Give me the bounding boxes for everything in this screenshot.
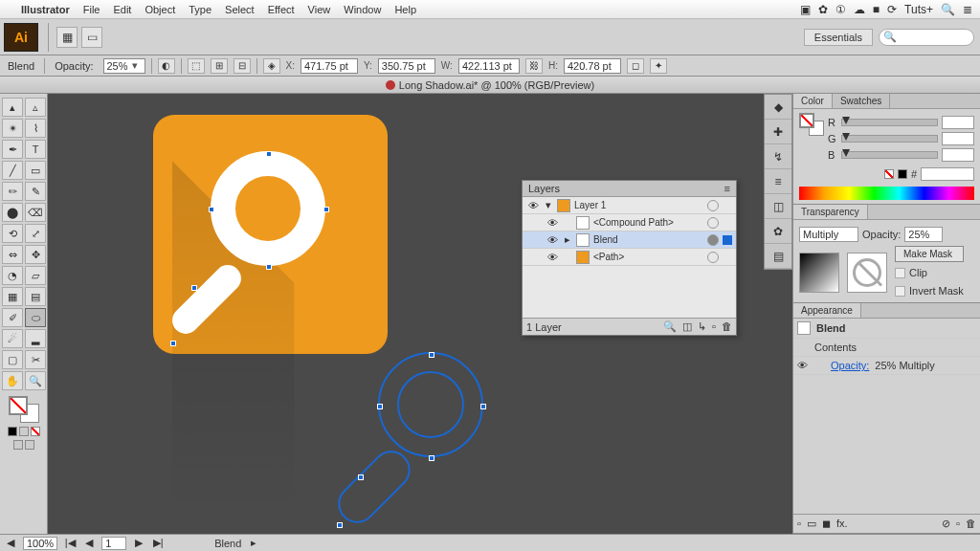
width-tool[interactable]: ⇔ [2, 245, 23, 264]
dock-icon[interactable]: ◫ [765, 194, 791, 219]
none-swatch[interactable] [884, 169, 894, 179]
none-mode-icon[interactable] [31, 427, 40, 436]
magic-wand-tool[interactable]: ✴ [2, 119, 23, 138]
appearance-row[interactable]: Blend [793, 319, 980, 339]
duplicate-icon[interactable]: ▫ [956, 518, 960, 530]
prev-icon[interactable]: ◀ [4, 537, 17, 549]
trash-icon[interactable]: 🗑 [722, 320, 732, 333]
align-icon[interactable]: ⊟ [234, 58, 251, 74]
dock-icon[interactable]: ✿ [765, 219, 791, 244]
canvas[interactable]: Layers ≡ 👁 ▾ Layer 1 👁 <Compound Path> [48, 94, 792, 534]
next-artboard-icon[interactable]: ▶| [151, 537, 165, 549]
next-artboard-icon[interactable]: ▶ [132, 537, 145, 549]
y-field[interactable]: 350.75 pt [378, 58, 435, 74]
align-icon[interactable]: ⊞ [211, 58, 228, 74]
color-mode-icon[interactable] [8, 427, 17, 436]
h-field[interactable]: 420.78 pt [564, 58, 621, 74]
help-search[interactable]: 🔍 [879, 29, 974, 46]
add-stroke-icon[interactable]: ▭ [807, 518, 816, 530]
chevron-right-icon[interactable]: ▸ [251, 537, 256, 549]
prev-artboard-icon[interactable]: ◀ [82, 537, 96, 549]
visibility-icon[interactable]: 👁 [797, 360, 808, 371]
status-icon[interactable]: ▣ [800, 3, 811, 16]
new-art-icon[interactable]: ▫ [797, 518, 801, 530]
layers-panel[interactable]: Layers ≡ 👁 ▾ Layer 1 👁 <Compound Path> [522, 180, 737, 336]
visibility-icon[interactable]: 👁 [546, 252, 559, 263]
swatches-tab[interactable]: Swatches [833, 94, 890, 108]
menu-object[interactable]: Object [145, 4, 175, 15]
align-icon[interactable]: ⬚ [188, 58, 205, 74]
line-tool[interactable]: ╱ [2, 161, 23, 180]
status-icon[interactable]: ■ [873, 3, 880, 16]
make-mask-button[interactable]: Make Mask [895, 246, 964, 262]
menu-type[interactable]: Type [189, 4, 212, 15]
blend-mode-field[interactable]: Multiply [799, 227, 858, 242]
zoom-field[interactable]: 100% [23, 537, 57, 550]
arrange-icon[interactable]: ▭ [81, 27, 102, 48]
appearance-tab[interactable]: Appearance [793, 303, 861, 318]
target-icon[interactable] [707, 217, 719, 229]
menu-help[interactable]: Help [394, 4, 416, 15]
shape-icon[interactable]: ◻ [627, 58, 644, 74]
disclosure-icon[interactable]: ▸ [563, 233, 572, 246]
artboard-nav-field[interactable]: 1 [101, 537, 126, 550]
appearance-row[interactable]: Contents [793, 339, 980, 357]
graph-tool[interactable]: ▂ [25, 329, 46, 348]
link-wh-icon[interactable]: ⛓ [525, 58, 543, 74]
artboard-tool[interactable]: ▢ [2, 350, 23, 369]
prev-artboard-icon[interactable]: |◀ [63, 537, 77, 549]
scale-tool[interactable]: ⤢ [25, 224, 46, 243]
locate-icon[interactable]: 🔍 [663, 320, 677, 333]
rotate-tool[interactable]: ⟲ [2, 224, 23, 243]
opacity-field[interactable]: 25% [103, 58, 145, 74]
shape-icon[interactable]: ✦ [650, 58, 667, 74]
list-icon[interactable]: ≣ [963, 3, 972, 16]
layer-row[interactable]: 👁 <Path> [523, 249, 736, 266]
selection-tool[interactable]: ▴ [2, 98, 23, 117]
visibility-icon[interactable]: 👁 [526, 200, 540, 211]
blob-tool[interactable]: ⬤ [2, 203, 23, 222]
w-field[interactable]: 422.113 pt [458, 58, 520, 74]
collapsed-dock[interactable]: ◆ ✚ ↯ ≡ ◫ ✿ ▤ [764, 94, 792, 270]
transparency-tab[interactable]: Transparency [793, 205, 868, 219]
sync-icon[interactable]: ⟳ [887, 3, 897, 16]
target-icon[interactable] [707, 234, 719, 246]
r-slider[interactable] [841, 119, 938, 126]
document-tab[interactable]: Long Shadow.ai* @ 100% (RGB/Preview) [0, 77, 980, 94]
opacity-link[interactable]: Opacity: [831, 360, 869, 371]
layer-row[interactable]: 👁 ▸ Blend [523, 231, 736, 249]
magnifier-outline-art[interactable] [378, 352, 483, 457]
gradient-mode-icon[interactable] [19, 427, 29, 436]
dock-icon[interactable]: ◆ [765, 95, 791, 120]
blend-tool[interactable]: ⬭ [25, 308, 46, 327]
menu-window[interactable]: Window [344, 4, 381, 15]
dock-icon[interactable]: ✚ [765, 120, 791, 144]
fill-stroke-swatch[interactable] [9, 396, 39, 423]
menu-effect[interactable]: Effect [268, 4, 295, 15]
hand-tool[interactable]: ✋ [2, 371, 23, 390]
lasso-tool[interactable]: ⌇ [25, 119, 46, 138]
opacity-field[interactable]: 25% [904, 227, 943, 242]
status-icon[interactable]: ✿ [818, 3, 828, 16]
invert-checkbox[interactable] [895, 286, 905, 297]
dock-icon[interactable]: ▤ [765, 244, 791, 269]
dock-icon[interactable]: ≡ [765, 169, 791, 194]
clear-icon[interactable]: ⊘ [942, 518, 950, 530]
new-sublayer-icon[interactable]: ↳ [698, 320, 706, 333]
screen-mode-icon[interactable] [13, 440, 23, 450]
dock-icon[interactable]: ↯ [765, 144, 791, 169]
perspective-tool[interactable]: ▱ [25, 266, 46, 285]
type-tool[interactable]: T [25, 140, 46, 159]
mask-thumb[interactable] [799, 253, 839, 293]
appearance-row[interactable]: 👁 Opacity: 25% Multiply [793, 357, 980, 375]
r-value[interactable] [942, 116, 974, 129]
panel-menu-icon[interactable]: ≡ [724, 183, 730, 194]
fill-stroke-proxy[interactable] [799, 113, 824, 136]
target-icon[interactable] [707, 252, 719, 263]
free-transform-tool[interactable]: ✥ [25, 245, 46, 264]
color-tab[interactable]: Color [793, 94, 833, 108]
rect-tool[interactable]: ▭ [25, 161, 46, 180]
ai-logo[interactable]: Ai [4, 23, 38, 52]
pencil-tool[interactable]: ✎ [25, 182, 46, 201]
status-icon[interactable]: ① [835, 3, 846, 16]
